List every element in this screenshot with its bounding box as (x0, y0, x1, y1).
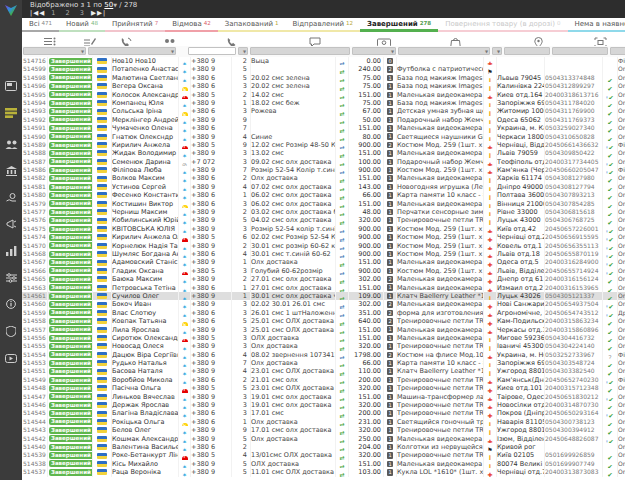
tracking-number[interactable]: 20400315712348 (545, 384, 603, 392)
phone-number[interactable]: +380 5 (191, 451, 232, 459)
status-badge[interactable]: Завершений (49, 74, 93, 81)
status-badge[interactable]: Завершений (49, 284, 93, 291)
tracking-number[interactable]: 0504312899297 (545, 82, 603, 90)
sidebar-item-badge[interactable] (0, 321, 22, 341)
status-badge[interactable]: Завершений (49, 351, 93, 358)
table-row[interactable]: 514580 Завершений Фесенко Константин ✶ +… (22, 191, 625, 199)
tab-2[interactable]: Новий48 (59, 18, 105, 32)
tracking-number[interactable]: 20400316284900 (545, 258, 603, 266)
tab-8[interactable]: Повернення товару (в дорозі)0 (438, 18, 567, 32)
table-row[interactable]: 514561 Завершений Сучилов Олег ✶ +380 9 … (22, 292, 625, 300)
status-badge[interactable]: Завершений (49, 385, 93, 392)
phone-number[interactable]: +380 5 (191, 233, 232, 241)
table-row[interactable]: 514566 Завершений Гладик Оксана ’ +380 5… (22, 267, 625, 275)
phone-number[interactable]: +380 5 (191, 141, 232, 149)
table-row[interactable]: 514560 Завершений Бокоч Иван ✶ +380 9 3 … (22, 300, 625, 308)
tracking-number[interactable]: 20400317734405 (545, 158, 603, 166)
table-row[interactable]: 514582 Завершений Волков Максим ✶ +380 6… (22, 174, 625, 182)
phone-number[interactable]: +380 6 (191, 200, 232, 208)
table-row[interactable]: 514555 Завершений Новосад Олеся ✶ +380 9… (22, 342, 625, 350)
table-row[interactable]: 514591 Завершений Чумаченко Олена ✶ +380… (22, 124, 625, 132)
phone-number[interactable]: +380 9 (191, 393, 232, 401)
table-row[interactable]: 514565 Завершений Баюка Максим ✶ +380 9 … (22, 275, 625, 283)
status-badge[interactable]: Завершений (49, 435, 93, 442)
status-badge[interactable]: Завершений (49, 226, 93, 233)
table-row[interactable]: 514551 Завершений Басова Наталя ✶ +380 9… (22, 367, 625, 375)
status-badge[interactable]: Завершений (49, 184, 93, 191)
status-badge[interactable]: Завершений (49, 452, 93, 459)
tab-4[interactable]: Відмова42 (165, 18, 218, 32)
phone-number[interactable]: +380 9 (191, 216, 232, 224)
phone-number[interactable]: +380 9 (191, 342, 232, 350)
phone-number[interactable]: +380 9 (191, 426, 232, 434)
phone-number[interactable]: +380 6 (191, 191, 232, 199)
phone-number[interactable]: +380 9 (191, 57, 232, 65)
tracking-number[interactable]: 0504300738123 (545, 418, 603, 426)
tab-7[interactable]: Завершений278 (360, 18, 438, 32)
phone-number[interactable]: +380 9 (191, 149, 232, 157)
sidebar-item-announcements[interactable] (0, 214, 22, 234)
phone-number[interactable]: +380 6 (191, 124, 232, 132)
tab-6[interactable]: Відправлений12 (286, 18, 360, 32)
tracking-number[interactable]: 20400313873083 (545, 468, 603, 476)
table-row[interactable]: 514589 Завершений Кирилич Анжела ’ +380 … (22, 141, 625, 149)
tracking-number[interactable]: 0504303382540 (545, 367, 603, 375)
phone-number[interactable]: +380 9 (191, 208, 232, 216)
table-row[interactable]: 514559 Завершений Влас Слотюу ✶ +380 6 3… (22, 309, 625, 317)
phone-number[interactable]: +380 6 (191, 107, 232, 115)
status-badge[interactable]: Завершений (49, 200, 93, 207)
tracking-number[interactable]: 20450652740230 (545, 376, 603, 384)
payment-filter-select[interactable]: ▼ (352, 47, 396, 55)
phone-number[interactable]: +380 9 (191, 242, 232, 250)
status-badge[interactable]: Завершений (49, 309, 93, 316)
phone-number[interactable]: +380 9 (191, 225, 232, 233)
sidebar-item-info[interactable] (0, 294, 22, 314)
status-badge[interactable]: Завершений (49, 133, 93, 140)
comment-filter-input[interactable] (250, 47, 350, 55)
city-filter-input[interactable] (504, 47, 550, 55)
tracking-number[interactable]: 0501699907749 (545, 460, 603, 468)
table-row[interactable]: 514540 Завершений Валентина Василье… ✶ +… (22, 443, 625, 451)
table-row[interactable]: 514595 Завершений Колосок Александр ’ +3… (22, 91, 625, 99)
status-badge[interactable]: Завершений (49, 251, 93, 258)
tracking-number[interactable]: 20450655714924 (545, 267, 603, 275)
sidebar-item-clients[interactable] (0, 134, 22, 154)
delivery-filter-caret[interactable]: ▼ (492, 47, 502, 55)
status-badge[interactable]: Завершений (49, 83, 93, 90)
tracking-number[interactable]: 0504308127980 (545, 174, 603, 182)
product-filter-select[interactable]: ▼ (398, 47, 490, 55)
status-badge[interactable]: Завершений (49, 293, 93, 300)
phone-number[interactable]: +380 9 (191, 460, 232, 468)
status-badge[interactable]: Завершений (49, 175, 93, 182)
tracking-number[interactable]: 0504311784020 (545, 99, 603, 107)
phone-number[interactable]: +380 9 (191, 401, 232, 409)
phone-number[interactable]: +380 9 (191, 300, 232, 308)
phone-number[interactable]: +380 9 (191, 65, 232, 73)
last-page-button[interactable]: ▶▶| (91, 9, 106, 17)
client-filter-input[interactable] (610, 47, 625, 55)
phone-number[interactable]: +380 5 (191, 334, 232, 342)
tracking-number[interactable]: 20450654743512 (545, 309, 603, 317)
table-row[interactable]: 514544 Завершений Рокіцька Ольга lc +380… (22, 418, 625, 426)
tracking-number[interactable] (545, 65, 603, 73)
table-row[interactable]: 514594 Завершений Компанец Юля ✶ +380 9 … (22, 99, 625, 107)
tracking-number[interactable]: 0504303548724 (545, 359, 603, 367)
table-row[interactable]: 514558 Завершений Ковпак Татьяна lc +380… (22, 317, 625, 325)
table-row[interactable]: 514557 Завершений Лила Ярослав ✶ +380 9 … (22, 326, 625, 334)
table-row[interactable]: 514546 Завершений Держак Ярослав ✶ +380 … (22, 401, 625, 409)
table-row[interactable]: 514548 Завершений Пасічна Ольга ’ +380 5… (22, 384, 625, 392)
status-badge[interactable]: Завершений (49, 318, 93, 325)
tracking-number[interactable]: 20450660205047 (545, 166, 603, 174)
phone-number[interactable]: +380 9 (191, 258, 232, 266)
table-row[interactable]: 514542 Завершений Кошмак Александр ✶ +38… (22, 435, 625, 443)
status-badge[interactable]: Завершений (49, 360, 93, 367)
table-row[interactable]: 514543 Завершений Белов Олег ✶ +380 9 9 … (22, 426, 625, 434)
tracking-number[interactable]: 20400316153965 (545, 284, 603, 292)
phone-number[interactable]: +380 6 (191, 174, 232, 182)
tracking-number[interactable]: 0504307854285 (545, 200, 603, 208)
sidebar-item-video[interactable] (0, 348, 22, 368)
table-row[interactable]: 514539 Завершений Роке-Бетанкурт Лін… ’ … (22, 451, 625, 459)
name-filter-select[interactable]: ▼ (88, 47, 176, 55)
status-badge[interactable]: Завершений (49, 368, 93, 375)
status-badge[interactable]: Завершений (49, 234, 93, 241)
